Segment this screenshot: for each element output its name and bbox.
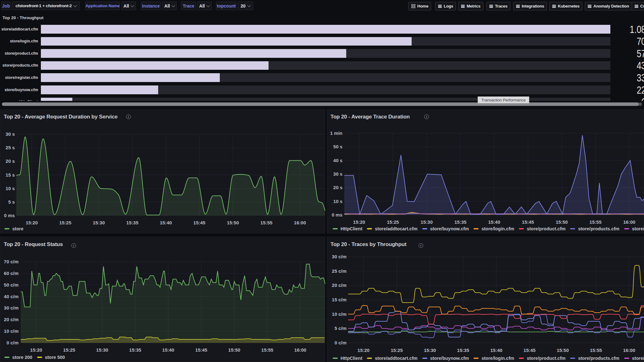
- svg-text:60 c/m: 60 c/m: [4, 271, 19, 276]
- svg-text:40 s: 40 s: [333, 158, 342, 163]
- svg-text:15:45: 15:45: [524, 348, 536, 353]
- svg-text:15:50: 15:50: [557, 348, 569, 353]
- svg-text:15:25: 15:25: [387, 219, 399, 225]
- svg-text:16:00: 16:00: [623, 219, 635, 225]
- svg-text:10 s: 10 s: [333, 199, 342, 204]
- svg-text:15 s: 15 s: [6, 172, 15, 178]
- svg-text:20 c/m: 20 c/m: [4, 317, 19, 322]
- svg-text:10 s: 10 s: [6, 186, 15, 191]
- svg-text:15:55: 15:55: [260, 220, 272, 225]
- svg-text:15:35: 15:35: [457, 348, 469, 353]
- svg-text:15:40: 15:40: [490, 348, 502, 353]
- svg-text:1 min: 1 min: [330, 130, 342, 136]
- svg-text:30 c/m: 30 c/m: [332, 254, 347, 259]
- svg-text:15:20: 15:20: [30, 347, 42, 353]
- svg-text:20 c/m: 20 c/m: [332, 282, 347, 288]
- svg-text:20 s: 20 s: [333, 185, 342, 190]
- svg-text:40 c/m: 40 c/m: [4, 294, 19, 299]
- svg-text:16:00: 16:00: [294, 347, 306, 353]
- svg-text:15:25: 15:25: [59, 220, 71, 225]
- svg-text:30 c/m: 30 c/m: [4, 305, 19, 310]
- svg-text:10 c/m: 10 c/m: [4, 328, 19, 334]
- svg-text:15:30: 15:30: [93, 220, 105, 225]
- svg-text:15:30: 15:30: [424, 348, 436, 353]
- svg-text:15:45: 15:45: [195, 347, 207, 353]
- svg-text:15:20: 15:20: [353, 219, 365, 225]
- svg-text:15:20: 15:20: [26, 220, 38, 225]
- svg-text:15:30: 15:30: [421, 219, 433, 225]
- svg-text:15:25: 15:25: [391, 348, 402, 353]
- svg-text:15:40: 15:40: [160, 220, 172, 225]
- svg-text:50 c/m: 50 c/m: [4, 282, 19, 288]
- svg-text:15:50: 15:50: [227, 220, 239, 225]
- svg-text:15:35: 15:35: [126, 220, 138, 225]
- svg-text:15:50: 15:50: [556, 219, 568, 225]
- svg-text:0 ms: 0 ms: [332, 212, 342, 217]
- svg-text:30 s: 30 s: [333, 171, 342, 177]
- svg-text:15:50: 15:50: [228, 347, 240, 353]
- svg-text:15 c/m: 15 c/m: [332, 297, 347, 302]
- svg-text:15:20: 15:20: [358, 348, 369, 353]
- svg-text:15:55: 15:55: [261, 347, 273, 353]
- svg-text:0 ms: 0 ms: [4, 213, 15, 218]
- svg-text:15:55: 15:55: [590, 219, 602, 225]
- svg-text:15:35: 15:35: [454, 219, 466, 225]
- svg-text:15:40: 15:40: [162, 347, 174, 353]
- svg-text:15:30: 15:30: [96, 347, 108, 353]
- svg-text:15:35: 15:35: [129, 347, 141, 353]
- svg-text:15:25: 15:25: [63, 347, 75, 353]
- svg-text:15:45: 15:45: [193, 220, 205, 225]
- svg-text:15:55: 15:55: [590, 348, 602, 353]
- svg-text:15:40: 15:40: [488, 219, 500, 225]
- svg-text:20 s: 20 s: [6, 158, 15, 164]
- svg-text:5 s: 5 s: [8, 199, 15, 205]
- svg-text:15:45: 15:45: [522, 219, 534, 225]
- svg-text:0 c/m: 0 c/m: [335, 340, 347, 345]
- svg-text:50 s: 50 s: [333, 144, 342, 149]
- svg-text:25 s: 25 s: [6, 145, 15, 150]
- svg-text:30 s: 30 s: [6, 131, 15, 137]
- svg-text:70 c/m: 70 c/m: [4, 259, 19, 264]
- svg-text:0 c/m: 0 c/m: [7, 340, 19, 345]
- svg-text:16:00: 16:00: [623, 348, 635, 353]
- svg-text:16:00: 16:00: [294, 220, 306, 225]
- svg-text:10 c/m: 10 c/m: [332, 311, 347, 317]
- svg-text:25 c/m: 25 c/m: [332, 268, 347, 274]
- svg-text:5 c/m: 5 c/m: [335, 326, 347, 331]
